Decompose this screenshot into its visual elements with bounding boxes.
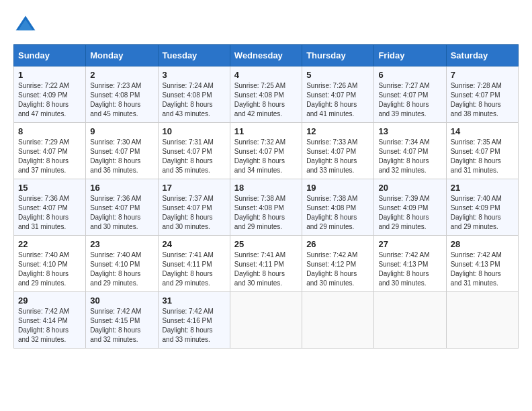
day-info: Sunrise: 7:42 AM Sunset: 4:12 PM Dayligh… [306, 250, 369, 288]
calendar-cell: 27Sunrise: 7:42 AM Sunset: 4:13 PM Dayli… [374, 236, 446, 292]
day-number: 19 [306, 183, 369, 193]
day-info: Sunrise: 7:36 AM Sunset: 4:07 PM Dayligh… [90, 194, 153, 232]
calendar-cell: 3Sunrise: 7:24 AM Sunset: 4:08 PM Daylig… [158, 66, 230, 123]
day-info: Sunrise: 7:38 AM Sunset: 4:08 PM Dayligh… [306, 194, 369, 232]
weekday-header-thursday: Thursday [302, 45, 374, 66]
day-number: 12 [306, 126, 369, 136]
day-number: 23 [90, 239, 153, 249]
day-info: Sunrise: 7:24 AM Sunset: 4:08 PM Dayligh… [163, 81, 226, 119]
day-number: 30 [90, 295, 153, 306]
calendar-table: SundayMondayTuesdayWednesdayThursdayFrid… [13, 44, 519, 349]
day-info: Sunrise: 7:42 AM Sunset: 4:13 PM Dayligh… [451, 250, 514, 288]
day-number: 21 [451, 183, 514, 193]
day-number: 6 [378, 70, 441, 80]
calendar-cell: 23Sunrise: 7:40 AM Sunset: 4:10 PM Dayli… [86, 236, 158, 292]
day-info: Sunrise: 7:31 AM Sunset: 4:07 PM Dayligh… [163, 138, 226, 175]
calendar-cell: 29Sunrise: 7:42 AM Sunset: 4:14 PM Dayli… [14, 292, 86, 349]
calendar-week-row: 8Sunrise: 7:29 AM Sunset: 4:07 PM Daylig… [14, 123, 519, 179]
calendar-cell: 26Sunrise: 7:42 AM Sunset: 4:12 PM Dayli… [302, 236, 374, 292]
calendar-cell: 28Sunrise: 7:42 AM Sunset: 4:13 PM Dayli… [446, 236, 518, 292]
day-info: Sunrise: 7:25 AM Sunset: 4:08 PM Dayligh… [234, 81, 298, 119]
day-number: 13 [378, 126, 441, 136]
calendar-cell: 12Sunrise: 7:33 AM Sunset: 4:07 PM Dayli… [302, 123, 374, 179]
day-number: 17 [163, 183, 226, 193]
calendar-cell [446, 292, 518, 349]
calendar-cell: 20Sunrise: 7:39 AM Sunset: 4:09 PM Dayli… [374, 179, 446, 236]
calendar-cell: 17Sunrise: 7:37 AM Sunset: 4:07 PM Dayli… [158, 179, 230, 236]
day-number: 25 [234, 239, 298, 249]
day-info: Sunrise: 7:34 AM Sunset: 4:07 PM Dayligh… [378, 138, 441, 175]
page-header [13, 13, 519, 38]
weekday-header-monday: Monday [86, 45, 158, 66]
calendar-cell: 30Sunrise: 7:42 AM Sunset: 4:15 PM Dayli… [86, 292, 158, 349]
calendar-cell: 31Sunrise: 7:42 AM Sunset: 4:16 PM Dayli… [158, 292, 230, 349]
day-number: 8 [18, 126, 81, 136]
weekday-header-friday: Friday [374, 45, 446, 66]
day-number: 16 [90, 183, 153, 193]
calendar-week-row: 15Sunrise: 7:36 AM Sunset: 4:07 PM Dayli… [14, 179, 519, 236]
calendar-cell: 25Sunrise: 7:41 AM Sunset: 4:11 PM Dayli… [230, 236, 302, 292]
day-info: Sunrise: 7:42 AM Sunset: 4:15 PM Dayligh… [90, 307, 153, 345]
day-number: 28 [451, 239, 514, 249]
day-number: 29 [18, 295, 81, 306]
calendar-week-row: 1Sunrise: 7:22 AM Sunset: 4:09 PM Daylig… [14, 66, 519, 123]
day-number: 2 [90, 70, 153, 80]
calendar-cell: 5Sunrise: 7:26 AM Sunset: 4:07 PM Daylig… [302, 66, 374, 123]
day-number: 4 [234, 70, 298, 80]
day-number: 11 [234, 126, 298, 136]
calendar-cell: 4Sunrise: 7:25 AM Sunset: 4:08 PM Daylig… [230, 66, 302, 123]
day-info: Sunrise: 7:41 AM Sunset: 4:11 PM Dayligh… [163, 250, 226, 288]
calendar-cell: 19Sunrise: 7:38 AM Sunset: 4:08 PM Dayli… [302, 179, 374, 236]
day-number: 15 [18, 183, 81, 193]
day-info: Sunrise: 7:33 AM Sunset: 4:07 PM Dayligh… [306, 138, 369, 175]
calendar-cell: 16Sunrise: 7:36 AM Sunset: 4:07 PM Dayli… [86, 179, 158, 236]
day-number: 18 [234, 183, 298, 193]
day-number: 3 [163, 70, 226, 80]
calendar-cell: 2Sunrise: 7:23 AM Sunset: 4:08 PM Daylig… [86, 66, 158, 123]
day-number: 22 [18, 239, 81, 249]
day-info: Sunrise: 7:42 AM Sunset: 4:14 PM Dayligh… [18, 307, 81, 345]
calendar-cell: 15Sunrise: 7:36 AM Sunset: 4:07 PM Dayli… [14, 179, 86, 236]
day-info: Sunrise: 7:36 AM Sunset: 4:07 PM Dayligh… [18, 194, 81, 232]
day-number: 10 [163, 126, 226, 136]
calendar-cell [374, 292, 446, 349]
weekday-header-tuesday: Tuesday [158, 45, 230, 66]
day-number: 26 [306, 239, 369, 249]
calendar-cell: 10Sunrise: 7:31 AM Sunset: 4:07 PM Dayli… [158, 123, 230, 179]
day-info: Sunrise: 7:32 AM Sunset: 4:07 PM Dayligh… [234, 138, 298, 175]
day-info: Sunrise: 7:42 AM Sunset: 4:13 PM Dayligh… [378, 250, 441, 288]
day-info: Sunrise: 7:40 AM Sunset: 4:09 PM Dayligh… [451, 194, 514, 232]
calendar-cell [302, 292, 374, 349]
weekday-header-sunday: Sunday [14, 45, 86, 66]
calendar-cell: 11Sunrise: 7:32 AM Sunset: 4:07 PM Dayli… [230, 123, 302, 179]
calendar-week-row: 22Sunrise: 7:40 AM Sunset: 4:10 PM Dayli… [14, 236, 519, 292]
weekday-header-wednesday: Wednesday [230, 45, 302, 66]
day-info: Sunrise: 7:23 AM Sunset: 4:08 PM Dayligh… [90, 81, 153, 119]
day-number: 27 [378, 239, 441, 249]
day-info: Sunrise: 7:28 AM Sunset: 4:07 PM Dayligh… [451, 81, 514, 119]
calendar-cell: 6Sunrise: 7:27 AM Sunset: 4:07 PM Daylig… [374, 66, 446, 123]
calendar-cell: 21Sunrise: 7:40 AM Sunset: 4:09 PM Dayli… [446, 179, 518, 236]
logo-icon [13, 13, 38, 38]
day-number: 5 [306, 70, 369, 80]
day-info: Sunrise: 7:37 AM Sunset: 4:07 PM Dayligh… [163, 194, 226, 232]
day-number: 14 [451, 126, 514, 136]
day-info: Sunrise: 7:22 AM Sunset: 4:09 PM Dayligh… [18, 81, 81, 119]
day-number: 7 [451, 70, 514, 80]
day-info: Sunrise: 7:40 AM Sunset: 4:10 PM Dayligh… [18, 250, 81, 288]
calendar-cell: 22Sunrise: 7:40 AM Sunset: 4:10 PM Dayli… [14, 236, 86, 292]
calendar-cell [230, 292, 302, 349]
day-number: 9 [90, 126, 153, 136]
day-info: Sunrise: 7:30 AM Sunset: 4:07 PM Dayligh… [90, 138, 153, 175]
calendar-cell: 18Sunrise: 7:38 AM Sunset: 4:08 PM Dayli… [230, 179, 302, 236]
weekday-header-saturday: Saturday [446, 45, 518, 66]
calendar-week-row: 29Sunrise: 7:42 AM Sunset: 4:14 PM Dayli… [14, 292, 519, 349]
day-info: Sunrise: 7:42 AM Sunset: 4:16 PM Dayligh… [163, 307, 226, 345]
day-number: 20 [378, 183, 441, 193]
calendar-cell: 8Sunrise: 7:29 AM Sunset: 4:07 PM Daylig… [14, 123, 86, 179]
calendar-cell: 1Sunrise: 7:22 AM Sunset: 4:09 PM Daylig… [14, 66, 86, 123]
day-info: Sunrise: 7:38 AM Sunset: 4:08 PM Dayligh… [234, 194, 298, 232]
logo [13, 13, 40, 38]
day-number: 24 [163, 239, 226, 249]
day-number: 1 [18, 70, 81, 80]
